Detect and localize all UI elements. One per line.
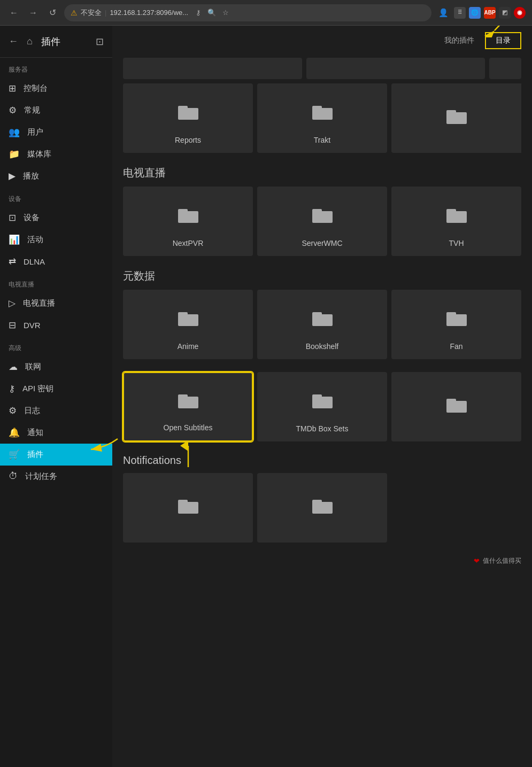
sidebar-item-activity[interactable]: 📊 活动: [0, 229, 112, 251]
bookshelf-folder-icon: [266, 300, 379, 336]
device-icon: ⊡: [9, 212, 16, 223]
plugin-grid-notifications: [123, 473, 521, 543]
plugin-section-subtitles: Open Subtitles: [112, 368, 532, 450]
tvh-label: TVH: [449, 239, 464, 247]
plugin-card-trakt[interactable]: Trakt: [257, 83, 387, 153]
opensubtitles-label: Open Subtitles: [164, 423, 213, 432]
plugin-card-nextpvr[interactable]: NextPVR: [123, 187, 253, 256]
plugin-card-tmdbboxsets[interactable]: TMDb Box Sets: [257, 372, 387, 441]
svg-rect-11: [312, 209, 322, 213]
plugin-card-misc3[interactable]: [391, 372, 521, 441]
watermark-area: ❤ 值什么值得买: [112, 551, 532, 571]
plugin-section-metadata: 元数据 Anime: [112, 265, 532, 368]
svg-rect-21: [178, 394, 188, 399]
ext-dots[interactable]: ⠿: [454, 7, 466, 19]
browser-reload[interactable]: ↺: [45, 5, 60, 20]
sidebar-apikeys-label: API 密钥: [22, 384, 53, 394]
tabs-container: 我的插件 目录: [112, 26, 532, 53]
sidebar-item-dlna[interactable]: ⇄ DLNA: [0, 251, 112, 273]
svg-rect-30: [312, 500, 322, 504]
sidebar-activity-label: 活动: [27, 235, 43, 245]
metadata-section-title: 元数据: [123, 269, 521, 283]
sidebar-header: ← ⌂ 插件 ⊡: [0, 26, 112, 58]
trakt-folder-icon: [266, 94, 379, 129]
sidebar-home-icon[interactable]: ⌂: [27, 36, 33, 47]
ext-chrome[interactable]: ◉: [514, 7, 526, 19]
partial-top-row: [112, 53, 532, 79]
plugin-section-misc: Reports Trakt: [112, 79, 532, 161]
plugin-card-fan[interactable]: Fan: [391, 290, 521, 359]
plugin-card-bookshelf[interactable]: Bookshelf: [257, 290, 387, 359]
security-warning-icon: ⚠: [71, 9, 78, 17]
section-device-label: 设备: [0, 187, 112, 207]
sidebar-plugins-label: 插件: [27, 450, 43, 460]
svg-rect-13: [446, 209, 456, 213]
plugin-card-reports[interactable]: Reports: [123, 83, 253, 153]
plugin-grid-subtitles: Open Subtitles: [123, 372, 521, 441]
sidebar-title: 插件: [41, 35, 60, 48]
sidebar-notifications-label: 通知: [27, 428, 43, 438]
sidebar-item-devices[interactable]: ⊡ 设备: [0, 207, 112, 229]
sidebar-back-icon[interactable]: ←: [9, 36, 18, 47]
sidebar-item-general[interactable]: ⚙ 常规: [0, 99, 112, 121]
partial-card-1[interactable]: [123, 58, 302, 79]
ext-abp[interactable]: ABP: [484, 7, 496, 19]
ext-gray[interactable]: ◩: [499, 7, 511, 19]
partial-card-3[interactable]: [489, 58, 521, 79]
sidebar-item-plugins[interactable]: 🛒 插件: [0, 444, 112, 466]
sidebar-item-dvr[interactable]: ⊟ DVR: [0, 314, 112, 336]
sidebar-users-label: 用户: [27, 127, 43, 137]
reports-folder-icon: [132, 94, 244, 129]
cast-icon[interactable]: ⊡: [96, 36, 104, 48]
dvr-icon: ⊟: [9, 320, 16, 331]
browser-back[interactable]: ←: [6, 5, 21, 20]
plugin-card-opensubtitles[interactable]: Open Subtitles: [123, 372, 253, 441]
svg-rect-15: [178, 312, 188, 316]
sidebar-item-livetv[interactable]: ▷ 电视直播: [0, 292, 112, 314]
plugin-card-notif-2[interactable]: [257, 473, 387, 543]
sidebar-item-logs[interactable]: ⚙ 日志: [0, 400, 112, 422]
anime-label: Anime: [178, 342, 199, 351]
tab-catalog[interactable]: 目录: [485, 32, 521, 49]
watermark-icon: ❤: [474, 557, 480, 565]
nextpvr-folder-icon: [132, 197, 244, 233]
sidebar-playback-label: 播放: [23, 171, 39, 181]
security-warning-text: 不安全: [81, 8, 102, 18]
ext-blue[interactable]: 🌐: [469, 7, 481, 19]
plugin-card-truncated-1[interactable]: [391, 83, 521, 153]
browser-forward[interactable]: →: [26, 5, 41, 20]
sidebar-scheduledtasks-label: 计划任务: [25, 471, 57, 482]
section-server-label: 服务器: [0, 58, 112, 78]
fan-label: Fan: [450, 342, 462, 351]
folder-icon: 📁: [9, 149, 20, 160]
fan-folder-icon: [400, 300, 513, 336]
serverwmc-label: ServerWMC: [302, 239, 342, 247]
sidebar-item-networking[interactable]: ☁ 联网: [0, 356, 112, 378]
sidebar-item-console[interactable]: ⊞ 控制台: [0, 78, 112, 99]
browser-chrome: ← → ↺ ⚠ 不安全 | 192.168.1.237:8096/we... ⚷…: [0, 0, 532, 26]
partial-card-2[interactable]: [306, 58, 485, 79]
sidebar-item-notifications[interactable]: 🔔 通知: [0, 422, 112, 444]
cloud-icon: ☁: [9, 361, 18, 373]
tab-myplugins[interactable]: 我的插件: [434, 32, 485, 49]
sidebar-item-scheduledtasks[interactable]: ⏱ 计划任务: [0, 466, 112, 487]
sidebar-item-playback[interactable]: ▶ 播放: [0, 165, 112, 187]
plugin-card-tvh[interactable]: TVH: [391, 187, 521, 256]
svg-rect-5: [312, 106, 322, 110]
schedule-icon: ⏱: [9, 471, 18, 482]
anime-folder-icon: [132, 300, 244, 336]
sidebar-item-users[interactable]: 👥 用户: [0, 121, 112, 143]
sidebar-item-medialibrary[interactable]: 📁 媒体库: [0, 143, 112, 165]
plugin-card-anime[interactable]: Anime: [123, 290, 253, 359]
sidebar-devices-label: 设备: [24, 213, 40, 223]
gear-icon: ⚙: [9, 105, 17, 116]
tmdbboxsets-label: TMDb Box Sets: [296, 424, 348, 433]
plugin-card-serverwmc[interactable]: ServerWMC: [257, 187, 387, 256]
profile-icon[interactable]: 👤: [436, 5, 451, 20]
tvh-folder-icon: [400, 197, 513, 233]
plugin-card-notif-1[interactable]: [123, 473, 253, 543]
address-bar[interactable]: ⚠ 不安全 | 192.168.1.237:8096/we... ⚷ 🔍 ☆: [64, 4, 431, 21]
sidebar-item-apikeys[interactable]: ⚷ API 密钥: [0, 378, 112, 400]
svg-rect-3: [178, 106, 188, 110]
svg-rect-9: [178, 209, 188, 213]
